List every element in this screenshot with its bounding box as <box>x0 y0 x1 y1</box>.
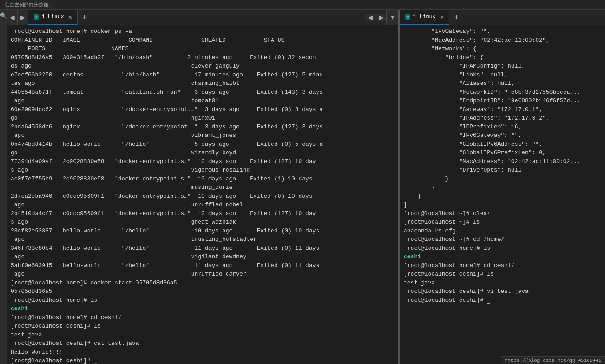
line: 2b4510da4cf7 c0cdc95609f1 "docker-entryp… <box>11 209 395 218</box>
line: "DriverOpts": null <box>404 166 601 175</box>
line: "GlobalIPv6Address": "", <box>404 140 601 149</box>
status-bar: https://blog.csdn.net/qq_45168442 <box>501 356 605 364</box>
tab-add-right[interactable]: + <box>449 10 463 25</box>
line: anaconda-ks.cfg <box>404 227 601 236</box>
line: "Networks": { <box>404 44 601 53</box>
line: ago unruffled_nobel <box>11 200 395 209</box>
line: [root@localhost home]# docker ps -a <box>11 27 395 36</box>
tab-right-label: 1 Linux <box>413 14 435 20</box>
line: ac0f7e7f55b9 2c9028880e58 "docker-entryp… <box>11 175 395 184</box>
left-terminal[interactable]: [root@localhost home]# docker ps -a CONT… <box>7 25 398 364</box>
line: e7eef66b2250 centos "/bin/bash" 17 minut… <box>11 71 395 80</box>
top-hint-bar: 点击左侧的箭头按钮。 <box>0 0 605 10</box>
line: CONTAINER ID IMAGE COMMAND CREATED STATU… <box>11 36 395 45</box>
line: s ago vigorous_rosalind <box>11 166 395 175</box>
line: [root@localhost ~]# clear <box>404 209 601 218</box>
line: } <box>404 183 601 192</box>
line: musing_curie <box>11 183 395 192</box>
line: "Links": null, <box>404 71 601 80</box>
left-sidebar-strip: 🔍 <box>0 10 7 364</box>
line: 4405548a871f tomcat "catalina.sh run" 3 … <box>11 88 395 97</box>
tab-1-linux-right[interactable]: ■ 1 Linux ✕ <box>400 10 449 25</box>
line: "MacAddress": "02:42:ac:11:00:02... <box>404 157 601 166</box>
line: [root@localhost home]# docker start 0570… <box>11 279 395 288</box>
tab-left-icon: ■ <box>34 14 39 20</box>
line: ago trusting_hofstadter <box>11 235 395 244</box>
ceshi-highlight-left: ceshi <box>11 304 395 313</box>
line: [root@localhost home]# cd ceshi/ <box>404 261 601 270</box>
tab-right-close[interactable]: ✕ <box>440 13 444 21</box>
line: "MacAddress": "02:42:ac:11:00:02", <box>404 36 601 45</box>
line: [root@localhost ceshi]# ls <box>11 322 395 331</box>
line: test.java <box>11 331 395 340</box>
tab-1-linux-left[interactable]: ■ 1 Linux ✕ <box>28 10 78 25</box>
tab-nav-left-next[interactable]: ▶ <box>18 10 28 25</box>
line: ago vigilant_dewdney <box>11 252 395 261</box>
line: 5abf0e603915 hello-world "/hello" 11 day… <box>11 261 395 270</box>
right-terminal[interactable]: "IPvGateway": "", "MacAddress": "02:42:a… <box>400 25 605 364</box>
line: [root@localhost home]# cd ceshi/ <box>11 313 395 322</box>
line: 60e2909dcc62 nginx "/docker-entrypoint.…… <box>11 105 395 114</box>
line: "GlobalIPv6PrefixLen": 0, <box>404 148 601 157</box>
line: 05705d8d36a5 <box>11 287 395 296</box>
pane-split-btn2[interactable]: ▶ <box>376 14 386 21</box>
line: "Gateway": "172.17.0.1", <box>404 105 601 114</box>
line: ago tomcat01 <box>11 96 395 105</box>
pane-split-btn[interactable]: ◀ <box>365 14 376 21</box>
line: 28cf82e52887 hello-world "/hello" 10 day… <box>11 227 395 236</box>
line: ago vibrant_jones <box>11 131 395 140</box>
tab-right-icon: ■ <box>405 14 410 20</box>
line: ds ago clever_ganguly <box>11 62 395 71</box>
tab-nav-left-prev[interactable]: ◀ <box>7 10 18 25</box>
line: [root@localhost ~]# ls <box>404 218 601 227</box>
tab-add-left[interactable]: + <box>78 10 92 25</box>
right-terminal-pane: "IPvGateway": "", "MacAddress": "02:42:a… <box>400 25 605 364</box>
line: "bridge": { <box>404 53 601 62</box>
line: "IPvGateway": "", <box>404 27 601 36</box>
line: [root@localhost ~]# cd /home/ <box>404 235 601 244</box>
line: "Aliases": null, <box>404 79 601 88</box>
ceshi-highlight-right: ceshi <box>404 252 601 261</box>
line: [root@localhost ceshi]# ls <box>404 270 601 279</box>
line: test.java <box>404 279 601 288</box>
line: "NetworkID": "fc8bf37d27558bbeca... <box>404 88 601 97</box>
line-prompt-cursor: [root@localhost ceshi]# █ <box>11 356 395 364</box>
line: 05705d8d36a5 300e315adb2f "/bin/bash" 2 … <box>11 53 395 62</box>
status-url: https://blog.csdn.net/qq_45168442 <box>505 358 601 363</box>
line: } <box>404 192 601 201</box>
line: 77394d4e09af 2c9028880e58 "docker-entryp… <box>11 157 395 166</box>
hint-text: 点击左侧的箭头按钮。 <box>4 1 53 8</box>
line: go wizardly_boyd <box>11 148 395 157</box>
line: ] <box>404 200 601 209</box>
line: "IPv6Gateway": "", <box>404 131 601 140</box>
line: [root@localhost ceshi]# vi test.java <box>404 287 601 296</box>
line: tes ago charming_haibt <box>11 79 395 88</box>
line: [root@localhost ceshi]# cat test.java <box>11 339 395 348</box>
line: "IPAddress": "172.17.0.2", <box>404 114 601 123</box>
sidebar-icon-search[interactable]: 🔍 <box>0 12 7 20</box>
line: "EndpointID": "9e68802b146f6f57d... <box>404 96 601 105</box>
tab-left-close[interactable]: ✕ <box>68 13 72 21</box>
line: } <box>404 175 601 184</box>
left-terminal-pane: [root@localhost home]# docker ps -a CONT… <box>7 25 398 364</box>
line: 346f733c80b4 hello-world "/hello" 11 day… <box>11 244 395 253</box>
line-prompt-cursor-right: [root@localhost ceshi]# █ <box>404 296 601 305</box>
pane-menu-btn[interactable]: ▼ <box>386 10 398 25</box>
line: Hello World!!!! <box>11 348 395 357</box>
line: [root@localhost home]# ls <box>11 296 395 305</box>
line: PORTS NAMES <box>11 44 395 53</box>
line: 2bda64558da6 nginx "/docker-entrypoint.…… <box>11 123 395 132</box>
line: go nginx01 <box>11 114 395 123</box>
line: "IPAMConfig": null, <box>404 62 601 71</box>
line: ago unruffled_carver <box>11 270 395 279</box>
line: s ago great_wozniak <box>11 218 395 227</box>
line: 0b474bd8414b hello-world "/hello" 5 days… <box>11 140 395 149</box>
line: "IPPrefixLen": 16, <box>404 123 601 132</box>
line: [root@localhost home]# ls <box>404 244 601 253</box>
line: 2d7ea2cba946 c0cdc95609f1 "docker-entryp… <box>11 192 395 201</box>
tab-left-label: 1 Linux <box>41 14 64 20</box>
